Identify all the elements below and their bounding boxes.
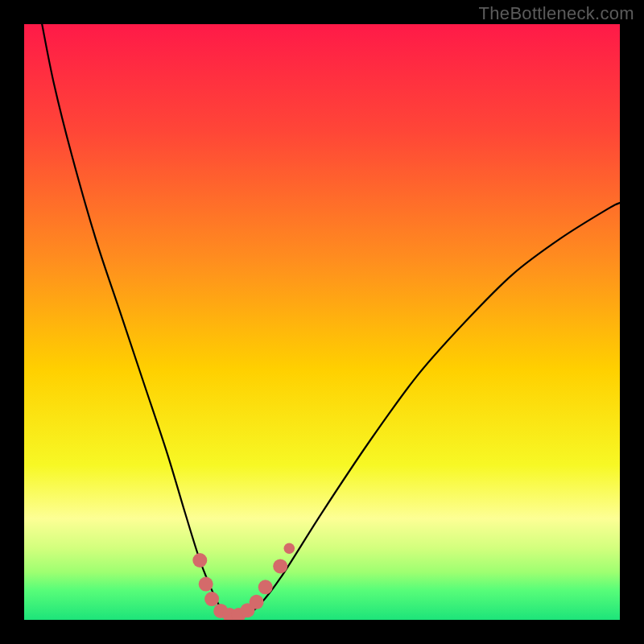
- marker-dot: [250, 595, 264, 609]
- chart-frame: TheBottleneck.com: [0, 0, 644, 644]
- marker-dot: [192, 553, 207, 568]
- marker-dot: [199, 577, 213, 592]
- marker-dot: [273, 559, 287, 573]
- gradient-background: [24, 24, 620, 620]
- plot-area: [24, 24, 620, 620]
- marker-dot: [204, 592, 219, 606]
- marker-dot-isolated: [284, 543, 295, 554]
- watermark-text: TheBottleneck.com: [479, 3, 634, 24]
- marker-dot: [258, 580, 273, 594]
- chart-svg: [24, 24, 620, 620]
